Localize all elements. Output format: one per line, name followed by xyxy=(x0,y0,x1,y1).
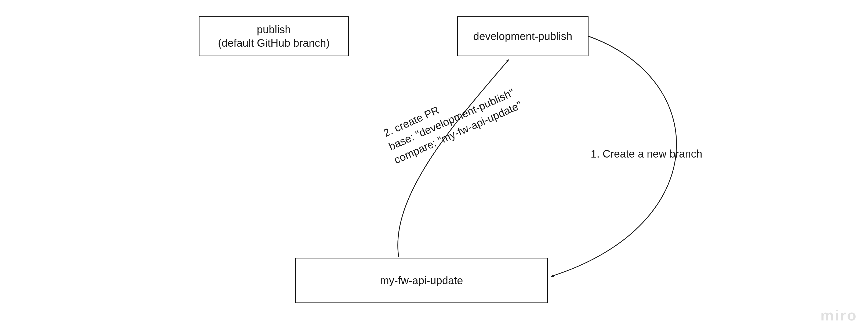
node-my-fw-api-update: my-fw-api-update xyxy=(295,258,548,303)
edge-create-branch-label: 1. Create a new branch xyxy=(591,147,702,161)
diagram-canvas: publish (default GitHub branch) developm… xyxy=(0,0,868,332)
node-publish-title: publish xyxy=(257,23,291,36)
node-development-publish: development-publish xyxy=(457,16,589,56)
node-publish-subtitle: (default GitHub branch) xyxy=(218,36,330,49)
node-publish: publish (default GitHub branch) xyxy=(199,16,349,56)
node-my-fw-api-update-label: my-fw-api-update xyxy=(380,274,463,287)
miro-watermark: miro xyxy=(820,306,857,324)
node-development-publish-label: development-publish xyxy=(473,30,572,43)
